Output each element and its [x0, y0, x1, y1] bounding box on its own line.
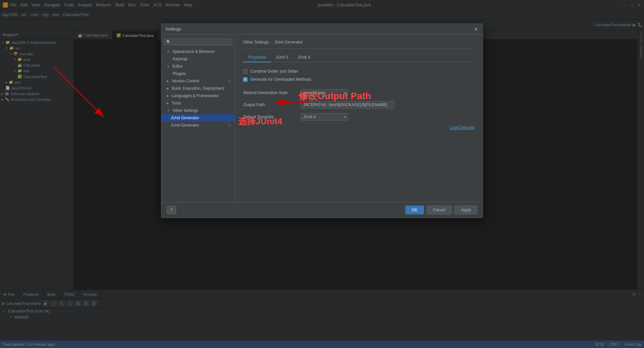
nav-other-settings[interactable]: ▼ Other Settings: [161, 107, 235, 114]
dialog-body: ▼ Appearance & Behavior Keymap ▼ Editor …: [161, 34, 483, 202]
combine-getter-setter-checkbox[interactable]: [243, 69, 248, 74]
settings-sidebar: ▼ Appearance & Behavior Keymap ▼ Editor …: [161, 34, 235, 202]
content-tabs: Properties JUnit 3 JUnit 4: [243, 53, 475, 62]
modal-overlay: Settings ✕ ▼ Appearance & Behavior Keyma…: [0, 0, 644, 348]
nav-languages[interactable]: ▶ Languages & Frameworks: [161, 92, 235, 99]
ok-button[interactable]: OK: [405, 206, 424, 214]
settings-breadcrumb: Other Settings › JUnit Generator: [243, 40, 475, 45]
method-gen-style-label: Method Generation Style:: [243, 90, 297, 95]
method-gen-style-select[interactable]: paramName testMethodName setUp: [301, 89, 348, 96]
dialog-close-button[interactable]: ✕: [473, 26, 479, 32]
default-template-row: Default Template: JUnit 3 JUnit 4 JUnit …: [243, 113, 475, 121]
nav-junit-generator-sub[interactable]: JUnit Generator ⧉: [161, 122, 235, 129]
nav-plugins[interactable]: Plugins: [161, 70, 235, 77]
settings-content: Other Settings › JUnit Generator Propert…: [235, 34, 483, 202]
nav-junit-generator-active[interactable]: JUnit Generator: [161, 114, 235, 122]
load-defaults-link[interactable]: Load Defaults: [243, 125, 475, 130]
generate-overloaded-checkbox[interactable]: [243, 77, 248, 82]
settings-search[interactable]: [164, 39, 232, 45]
tab-junit4[interactable]: JUnit 4: [293, 53, 315, 62]
dialog-title: Settings: [165, 26, 181, 31]
settings-dialog: Settings ✕ ▼ Appearance & Behavior Keyma…: [161, 23, 483, 218]
help-button[interactable]: ?: [167, 206, 176, 214]
output-path-input[interactable]: [301, 101, 395, 109]
output-path-label: Output Path:: [243, 102, 297, 107]
generate-overloaded-row: Generate for Overloaded Methods: [243, 77, 475, 82]
nav-editor[interactable]: ▼ Editor: [161, 63, 235, 70]
generate-overloaded-label: Generate for Overloaded Methods: [250, 77, 311, 82]
nav-version-control[interactable]: ▶ Version Control ⧉: [161, 77, 235, 85]
method-gen-style-row: Method Generation Style: paramName testM…: [243, 89, 475, 96]
default-template-select-wrapper: JUnit 3 JUnit 4 JUnit 5: [301, 113, 348, 121]
output-path-row: Output Path:: [243, 101, 475, 109]
combine-getter-setter-row: Combine Getter and Setter: [243, 69, 475, 74]
nav-build[interactable]: ▶ Build, Execution, Deployment: [161, 85, 235, 92]
breadcrumb-parent[interactable]: Other Settings: [243, 40, 269, 45]
nav-appearance[interactable]: ▼ Appearance & Behavior: [161, 48, 235, 55]
combine-getter-setter-label: Combine Getter and Setter: [250, 69, 298, 74]
cancel-button[interactable]: Cancel: [427, 206, 452, 214]
default-template-label: Default Template:: [243, 115, 297, 119]
method-gen-style-select-wrapper: paramName testMethodName setUp: [301, 89, 348, 96]
nav-keymap[interactable]: Keymap: [161, 55, 235, 63]
tab-junit3[interactable]: JUnit 3: [271, 53, 293, 62]
dialog-titlebar: Settings ✕: [161, 24, 483, 34]
breadcrumb-current: JUnit Generator: [274, 40, 303, 45]
dialog-footer: ? OK Cancel Apply: [161, 202, 483, 218]
default-template-select[interactable]: JUnit 3 JUnit 4 JUnit 5: [301, 113, 348, 121]
apply-button[interactable]: Apply: [454, 206, 477, 214]
tab-properties[interactable]: Properties: [243, 53, 271, 62]
nav-tools[interactable]: ▶ Tools: [161, 99, 235, 107]
